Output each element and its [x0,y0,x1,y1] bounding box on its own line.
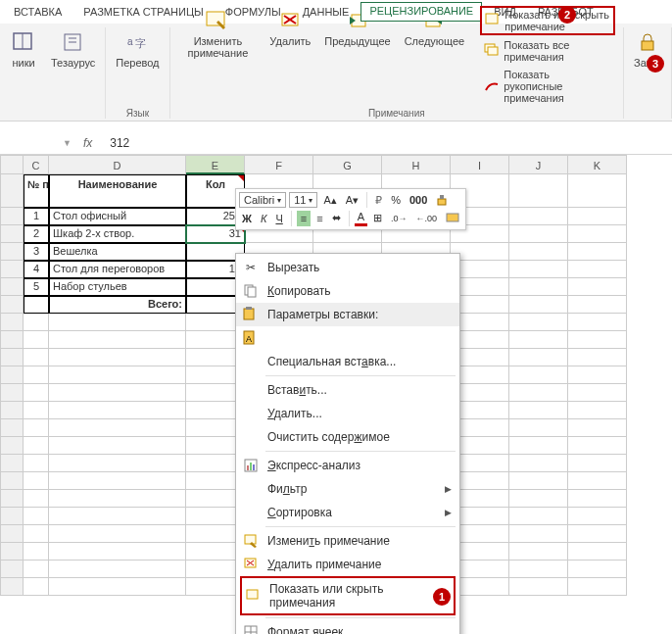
bold-button[interactable]: Ж [239,212,255,225]
row-header[interactable] [0,331,24,349]
fx-icon[interactable]: fx [75,136,100,150]
cell[interactable] [509,366,568,384]
cell[interactable] [568,278,627,296]
cell[interactable] [509,314,568,331]
cell[interactable]: 4 [24,261,49,278]
accounting-format-icon[interactable]: ₽ [372,193,385,208]
cell[interactable]: № п/п [24,174,49,208]
cell[interactable] [568,366,627,384]
showhide-comment-button[interactable]: Показать или скрыть примечание [480,6,615,35]
cell[interactable] [568,261,627,278]
row-header[interactable] [0,543,24,561]
cm-cut[interactable]: ✂ Вырезать [236,256,459,279]
cell[interactable] [568,455,627,472]
cell[interactable]: Вешелка [49,243,186,261]
column-header-J[interactable]: J [509,155,568,174]
merge-icon[interactable]: ⬌ [329,211,344,225]
tab-review[interactable]: РЕЦЕНЗИРОВАНИЕ [360,2,482,22]
row-header[interactable] [0,314,24,331]
cell[interactable] [568,437,627,455]
cell[interactable] [509,349,568,366]
cell[interactable] [49,490,186,508]
row-header[interactable] [0,419,24,437]
cell[interactable] [568,384,627,402]
row-header[interactable] [0,508,24,525]
cell[interactable] [49,384,186,402]
cell[interactable] [24,561,49,578]
cell[interactable] [568,561,627,578]
cell[interactable] [49,508,186,525]
format-painter-icon[interactable] [433,192,453,208]
cm-showhide-comment[interactable]: Показать или скрыть примечания [242,578,454,613]
column-header-C[interactable]: C [24,155,49,174]
cell[interactable] [509,208,568,225]
cell[interactable] [509,278,568,296]
row-header[interactable] [0,472,24,490]
cell[interactable]: Всего: [49,296,186,314]
cell[interactable] [49,331,186,349]
cell[interactable] [24,578,49,596]
row-header[interactable] [0,296,24,314]
cell[interactable] [568,208,627,225]
cm-copy[interactable]: Копировать [236,279,459,303]
cm-paste-default[interactable]: A [236,326,459,350]
cell[interactable] [24,437,49,455]
cell[interactable] [509,225,568,243]
cell[interactable] [568,578,627,596]
cell[interactable] [509,455,568,472]
cm-format-cells[interactable]: Формат ячеек... [236,620,459,634]
formula-input[interactable]: 312 [100,136,129,150]
cell[interactable] [509,243,568,261]
cell[interactable] [24,455,49,472]
column-header-H[interactable]: H [382,155,451,174]
cell[interactable] [509,261,568,278]
align-left-icon[interactable]: ≡ [297,211,311,226]
cell[interactable] [49,437,186,455]
cm-paste-special[interactable]: Специальная вставка... [236,350,459,373]
cm-delete-comment[interactable]: Удалить примечание [236,553,459,576]
cell[interactable] [49,543,186,561]
row-header[interactable] [0,174,24,208]
row-header[interactable] [0,490,24,508]
align-center-icon[interactable]: ≡ [313,212,325,225]
cell[interactable] [24,296,49,314]
borders-icon[interactable]: ⊞ [370,211,385,225]
cell[interactable] [24,366,49,384]
cell[interactable] [509,561,568,578]
cell[interactable]: 3 [24,243,49,261]
cm-delete[interactable]: Удалить... [236,402,459,425]
cell[interactable] [568,331,627,349]
percent-format-icon[interactable]: % [388,193,404,207]
row-header[interactable] [0,208,24,225]
cell[interactable] [49,419,186,437]
cell[interactable] [509,174,568,208]
row-header[interactable] [0,366,24,384]
font-size-select[interactable]: 11▾ [289,192,317,208]
row-header[interactable] [0,261,24,278]
decrease-font-icon[interactable]: A▾ [343,193,361,208]
showink-button[interactable]: Показать рукописные примечания [480,67,615,106]
tab-insert[interactable]: ВСТАВКА [4,2,72,22]
row-header[interactable] [0,349,24,366]
cell[interactable] [509,490,568,508]
cell[interactable] [24,331,49,349]
row-header[interactable] [0,243,24,261]
cell[interactable] [24,402,49,419]
cell[interactable] [49,402,186,419]
cell[interactable]: Стол для переговоров [49,261,186,278]
cell[interactable]: 1 [24,208,49,225]
cell[interactable] [49,472,186,490]
cell[interactable] [509,543,568,561]
cell[interactable] [49,561,186,578]
delete-comment-button[interactable]: Удалить [267,6,312,49]
cell[interactable] [568,402,627,419]
cell[interactable] [24,314,49,331]
cell[interactable] [509,296,568,314]
edit-comment-button[interactable]: Изменить примечание [178,6,259,61]
increase-font-icon[interactable]: A▴ [320,193,339,208]
cell[interactable]: Наименование [49,174,186,208]
cell[interactable] [509,578,568,596]
increase-decimal-icon[interactable]: ←.00 [412,213,440,224]
cell[interactable] [568,472,627,490]
cell[interactable] [49,366,186,384]
